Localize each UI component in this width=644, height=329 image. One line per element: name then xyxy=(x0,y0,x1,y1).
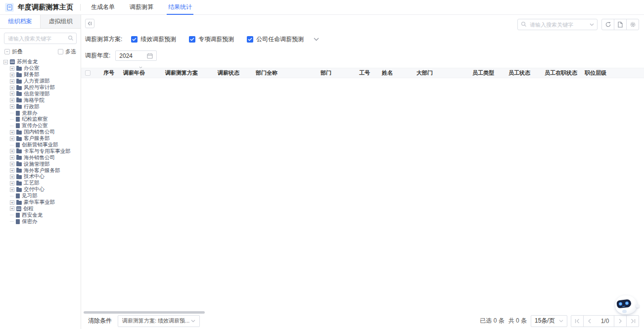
column-header-label: 员工在职状态 xyxy=(545,69,577,77)
tree-item[interactable]: +卡车与专用车事业部 xyxy=(3,148,81,154)
tree-item[interactable]: 见习部 xyxy=(3,193,81,199)
expand-node-icon[interactable]: + xyxy=(10,181,14,186)
tree-item[interactable]: 创新营销事业部 xyxy=(3,142,81,148)
settings-button[interactable] xyxy=(626,19,639,30)
plan-checkbox-1[interactable]: 绩效调薪预测 xyxy=(131,35,176,44)
tree-item[interactable]: +海外客户服务部 xyxy=(3,167,81,174)
expand-node-icon[interactable]: + xyxy=(10,73,14,77)
tree-item-label: 国内销售公司 xyxy=(24,129,55,136)
expand-node-icon[interactable]: + xyxy=(10,168,14,173)
plan-checkbox-2[interactable]: 专项调薪预测 xyxy=(189,35,234,44)
pagination: 1/0 xyxy=(571,315,639,327)
next-page-button[interactable] xyxy=(614,315,627,327)
tree-item[interactable]: 宣传办公室 xyxy=(3,123,81,129)
tree-item[interactable]: +信息管理部 xyxy=(3,91,81,97)
tree-item[interactable]: +人力资源部 xyxy=(3,78,81,85)
expand-node-icon[interactable]: + xyxy=(10,200,14,205)
select-all-checkbox[interactable] xyxy=(85,70,91,76)
tree-item[interactable]: 西安金龙 xyxy=(3,212,81,218)
tree-item[interactable]: +办公室 xyxy=(3,65,81,72)
tab-生成名单[interactable]: 生成名单 xyxy=(84,0,122,15)
tree-item[interactable]: +创程 xyxy=(3,205,81,212)
chevron-down-icon[interactable] xyxy=(590,23,594,26)
tree-item-label: 风控与审计部 xyxy=(24,84,55,91)
tree-item-label: 海格学院 xyxy=(24,97,45,104)
expand-node-icon[interactable]: + xyxy=(10,175,14,179)
collapse-all-control[interactable]: − 折叠 xyxy=(4,48,23,55)
expand-node-icon[interactable]: + xyxy=(10,130,14,135)
tree-item[interactable]: 纪检监察室 xyxy=(3,116,81,123)
tree-item[interactable]: +交付中心 xyxy=(3,187,81,193)
last-page-button[interactable] xyxy=(626,315,639,327)
folder-icon xyxy=(16,201,22,205)
tree-item[interactable]: +海外销售公司 xyxy=(3,154,81,161)
expand-node-icon[interactable]: + xyxy=(10,137,14,141)
expand-node-icon[interactable]: + xyxy=(10,155,14,160)
folder-icon xyxy=(16,86,22,90)
tree-item[interactable]: 保密办 xyxy=(3,218,81,225)
folder-icon xyxy=(16,67,22,71)
tree-item[interactable]: +设施管理部 xyxy=(3,161,81,167)
first-page-button[interactable] xyxy=(571,315,584,327)
tree-item[interactable]: +财务部 xyxy=(3,72,81,78)
column-header-调薪年份: 调薪年份 xyxy=(119,68,161,78)
tree-item[interactable]: +行政部 xyxy=(3,103,81,110)
org-search-input[interactable] xyxy=(4,33,77,44)
sidebar-tab-虚拟组织[interactable]: 虚拟组织 xyxy=(41,15,81,28)
column-header-员工在职状态: 员工在职状态 xyxy=(541,68,581,78)
tree-item-label: 纪检监察室 xyxy=(22,116,48,123)
sidebar-tab-组织档案[interactable]: 组织档案 xyxy=(0,15,41,28)
sort-caret-icon[interactable] xyxy=(139,66,142,69)
expand-node-icon[interactable]: + xyxy=(10,104,14,109)
filter-summary-select[interactable]: 调薪测算方案: 绩效调薪预... xyxy=(118,315,200,327)
checked-checkbox-icon[interactable] xyxy=(247,36,253,43)
sidebar-collapse-button[interactable] xyxy=(85,19,94,28)
plan-checkboxes: 绩效调薪预测专项调薪预测公司任命调薪预测 xyxy=(131,35,317,44)
tree-item[interactable]: +海格学院 xyxy=(3,97,81,103)
export-button[interactable] xyxy=(614,19,627,30)
tree-item[interactable]: +风控与审计部 xyxy=(3,85,81,91)
tree-item[interactable]: +国内销售公司 xyxy=(3,129,81,136)
collapse-node-icon[interactable]: − xyxy=(3,60,8,64)
expand-node-icon[interactable]: + xyxy=(10,92,14,96)
checked-checkbox-icon[interactable] xyxy=(131,36,138,43)
expand-node-icon[interactable]: + xyxy=(10,188,14,192)
assistant-robot[interactable] xyxy=(615,294,639,315)
tree-item[interactable]: +工艺部 xyxy=(3,180,81,187)
prev-page-button[interactable] xyxy=(583,315,596,327)
column-header-label: 部门 xyxy=(321,69,331,77)
expand-node-icon[interactable]: + xyxy=(10,98,14,102)
tree-item[interactable]: 党群办 xyxy=(3,110,81,116)
plan-more-chevron-icon[interactable] xyxy=(314,38,319,41)
expand-node-icon[interactable]: + xyxy=(10,206,14,211)
expand-node-icon[interactable]: + xyxy=(10,79,14,84)
refresh-button[interactable] xyxy=(601,19,614,30)
year-input[interactable]: 2024 xyxy=(115,50,157,61)
tree-item[interactable]: +豪华车事业部 xyxy=(3,199,81,206)
expand-node-icon[interactable]: + xyxy=(10,86,14,90)
tab-结果统计[interactable]: 结果统计 xyxy=(161,0,199,15)
clear-filters-button[interactable]: 清除条件 xyxy=(88,317,112,325)
folder-icon xyxy=(16,156,22,160)
column-header-label: 序号 xyxy=(103,69,114,77)
page-size-select[interactable]: 15条/页 xyxy=(531,315,567,327)
main-panel: 调薪测算方案: 绩效调薪预测专项调薪预测公司任命调薪预测 调薪年度: 2024 … xyxy=(81,15,644,329)
tree-item[interactable]: −苏州金龙 xyxy=(3,59,81,65)
file-icon xyxy=(16,213,20,218)
horizontal-scrollbar[interactable] xyxy=(84,311,205,314)
plan-checkbox-3[interactable]: 公司任命调薪预测 xyxy=(247,35,304,44)
calendar-icon xyxy=(147,53,153,59)
company-icon xyxy=(10,59,15,64)
expand-node-icon[interactable]: + xyxy=(10,149,14,153)
tree-item-label: 行政部 xyxy=(24,103,40,110)
tab-调薪测算[interactable]: 调薪测算 xyxy=(122,0,161,15)
column-header-label: 姓名 xyxy=(382,69,393,77)
expand-node-icon[interactable]: + xyxy=(10,66,14,71)
expand-node-icon[interactable]: + xyxy=(10,162,14,166)
tree-item[interactable]: +技术中心 xyxy=(3,174,81,180)
table-search-input[interactable] xyxy=(517,19,598,30)
multi-select-control[interactable]: 多选 xyxy=(58,48,76,55)
checked-checkbox-icon[interactable] xyxy=(189,36,195,43)
tree-item[interactable]: +客户服务部 xyxy=(3,136,81,142)
multi-select-checkbox[interactable] xyxy=(58,49,63,54)
